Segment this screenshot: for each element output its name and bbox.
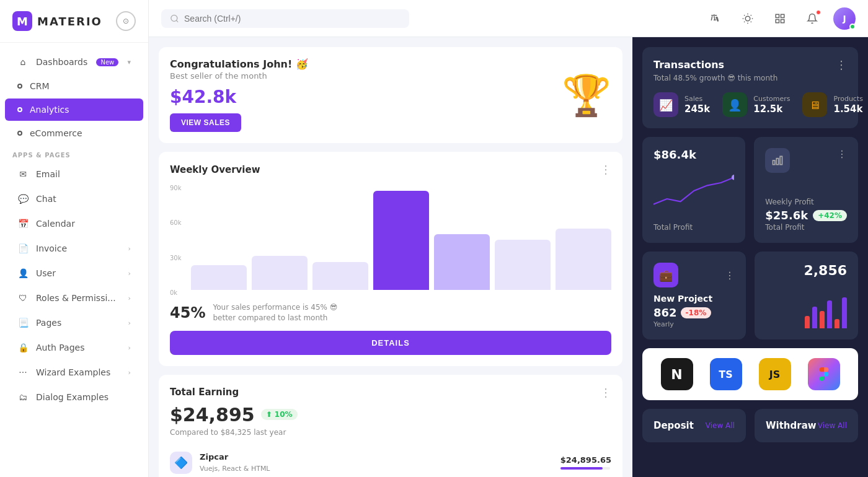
y-label-90k: 90k bbox=[170, 185, 182, 191]
sidebar-label-email: Email bbox=[36, 169, 60, 179]
profit-bar-icon bbox=[765, 148, 790, 173]
auth-arrow: › bbox=[128, 344, 131, 352]
sidebar-item-wizard[interactable]: ··· Wizard Examples › bbox=[5, 361, 143, 384]
svg-rect-6 bbox=[781, 19, 784, 22]
details-button[interactable]: DETAILS bbox=[170, 331, 611, 355]
sidebar-item-chat[interactable]: 💬 Chat bbox=[5, 187, 143, 211]
congrats-amount: $42.8k bbox=[170, 87, 308, 107]
theme-icon[interactable] bbox=[737, 7, 759, 30]
bell-icon[interactable] bbox=[801, 7, 823, 30]
svg-rect-10 bbox=[780, 156, 782, 164]
new-badge: New bbox=[96, 58, 118, 66]
calendar-icon: 📅 bbox=[17, 218, 29, 229]
mini-bar-5 bbox=[835, 319, 839, 328]
chevron-down-icon: ▾ bbox=[127, 58, 131, 66]
zipcar-name: Zipcar bbox=[200, 452, 553, 462]
javascript-logo: JS bbox=[759, 358, 791, 390]
products-value: 1.54k bbox=[833, 103, 862, 115]
sidebar-item-email[interactable]: ✉ Email bbox=[5, 162, 143, 186]
stat-products: 🖥 Products 1.54k bbox=[802, 92, 863, 117]
main-area: J Congratulations John! 🥳 Best seller of… bbox=[149, 0, 868, 477]
svg-rect-5 bbox=[776, 19, 779, 22]
earning-badge: ⬆ 10% bbox=[261, 409, 298, 420]
sidebar-logo: M MATERIO ⊙ bbox=[0, 0, 148, 43]
chat-icon: 💬 bbox=[17, 193, 29, 204]
sidebar-item-ecommerce[interactable]: eCommerce bbox=[5, 122, 143, 144]
weekly-menu-icon[interactable]: ⋮ bbox=[600, 163, 611, 176]
search-input[interactable] bbox=[184, 14, 401, 24]
trans-title: Transactions bbox=[653, 59, 724, 71]
crm-dot bbox=[17, 84, 22, 89]
sidebar-toggle[interactable]: ⊙ bbox=[116, 11, 136, 31]
wizard-arrow: › bbox=[128, 369, 131, 377]
online-dot bbox=[849, 24, 856, 30]
sidebar-item-dialog[interactable]: 🗂 Dialog Examples bbox=[5, 385, 143, 409]
mini-bar-6 bbox=[842, 297, 847, 328]
sidebar-item-user[interactable]: 👤 User › bbox=[5, 261, 143, 285]
sidebar-item-dashboards[interactable]: ⌂ Dashboards New ▾ bbox=[5, 50, 143, 74]
sidebar-label-dialog: Dialog Examples bbox=[36, 392, 108, 402]
deposit-title: Deposit bbox=[653, 420, 694, 431]
sidebar-label-invoice: Invoice bbox=[36, 243, 67, 253]
transactions-card: Transactions ⋮ Total 48.5% growth 😎 this… bbox=[642, 47, 858, 128]
total-profit-label: Total Profit bbox=[653, 223, 734, 232]
sidebar-item-pages[interactable]: 📃 Pages › bbox=[5, 311, 143, 335]
earning-amount: $24,895 ⬆ 10% bbox=[170, 404, 611, 426]
profit-info-menu[interactable]: ⋮ bbox=[837, 148, 847, 160]
user-avatar[interactable]: J bbox=[833, 7, 856, 30]
sidebar-nav: ⌂ Dashboards New ▾ CRM Analytics eCommer… bbox=[0, 43, 148, 477]
svg-line-1 bbox=[176, 20, 178, 22]
project-menu-icon[interactable]: ⋮ bbox=[725, 269, 735, 281]
sales-info: Sales 245k bbox=[684, 95, 710, 115]
search-bar[interactable] bbox=[161, 9, 409, 28]
weekly-footer: 45% Your sales performance is 45% 😎bette… bbox=[170, 302, 611, 323]
deposit-view-all[interactable]: View All bbox=[706, 421, 735, 430]
earning-value: $24,895 bbox=[170, 404, 255, 426]
trans-stats: 📈 Sales 245k 👤 Customers 12.5k bbox=[653, 92, 847, 117]
bar-5 bbox=[434, 191, 490, 290]
view-sales-button[interactable]: VIEW SALES bbox=[170, 113, 241, 132]
svg-point-0 bbox=[171, 15, 177, 21]
weekly-overview-card: Weekly Overview ⋮ 90k 60k 30k 0k bbox=[159, 152, 622, 366]
lock-icon: 🔒 bbox=[17, 342, 29, 353]
project-num: 862 bbox=[653, 306, 677, 319]
products-icon: 🖥 bbox=[802, 92, 827, 117]
content-right: Transactions ⋮ Total 48.5% growth 😎 this… bbox=[632, 37, 868, 477]
products-label: Products bbox=[833, 95, 863, 103]
dialog-icon: 🗂 bbox=[17, 392, 29, 403]
content-area: Congratulations John! 🥳 Best seller of t… bbox=[149, 37, 868, 477]
svg-rect-4 bbox=[781, 14, 784, 17]
sidebar-label-pages: Pages bbox=[36, 318, 61, 328]
congrats-content: Congratulations John! 🥳 Best seller of t… bbox=[170, 58, 308, 132]
bar-4 bbox=[373, 191, 429, 290]
new-project-card: 💼 ⋮ New Project 862 -18% Yearly bbox=[642, 252, 746, 339]
invoice-icon: 📄 bbox=[17, 243, 29, 254]
sidebar-label-roles: Roles & Permissi... bbox=[36, 293, 116, 303]
sidebar-item-calendar[interactable]: 📅 Calendar bbox=[5, 212, 143, 235]
txn-row-zipcar: 🔷 Zipcar Vuejs, React & HTML $24,895.65 bbox=[170, 445, 611, 477]
earning-header: Total Earning ⋮ bbox=[170, 386, 611, 399]
withdraw-title: Withdraw bbox=[766, 420, 817, 431]
earning-menu-icon[interactable]: ⋮ bbox=[600, 386, 611, 399]
sidebar-item-roles[interactable]: 🛡 Roles & Permissi... › bbox=[5, 286, 143, 310]
congrats-subtitle: Best seller of the month bbox=[170, 71, 308, 81]
project-big-num: 2,856 bbox=[766, 263, 847, 278]
user-arrow: › bbox=[128, 269, 131, 278]
figma-logo bbox=[808, 358, 840, 390]
bar-2 bbox=[252, 191, 308, 290]
sidebar-item-crm[interactable]: CRM bbox=[5, 75, 143, 97]
grid-icon[interactable] bbox=[769, 7, 791, 30]
y-label-30k: 30k bbox=[170, 255, 182, 261]
sidebar-label-wizard: Wizard Examples bbox=[36, 367, 110, 377]
translate-icon[interactable] bbox=[704, 7, 727, 30]
sidebar-item-analytics[interactable]: Analytics bbox=[5, 98, 143, 121]
withdraw-view-all[interactable]: View All bbox=[818, 421, 847, 430]
tech-logos-card: N TS JS bbox=[642, 348, 858, 400]
profit-card-label: Total Profit bbox=[765, 223, 847, 232]
sidebar-item-auth[interactable]: 🔒 Auth Pages › bbox=[5, 336, 143, 359]
trans-menu-icon[interactable]: ⋮ bbox=[836, 58, 847, 71]
sales-value: 245k bbox=[684, 103, 710, 115]
zipcar-right: $24,895.65 bbox=[560, 455, 611, 470]
sidebar-item-invoice[interactable]: 📄 Invoice › bbox=[5, 237, 143, 260]
search-icon bbox=[170, 14, 179, 24]
